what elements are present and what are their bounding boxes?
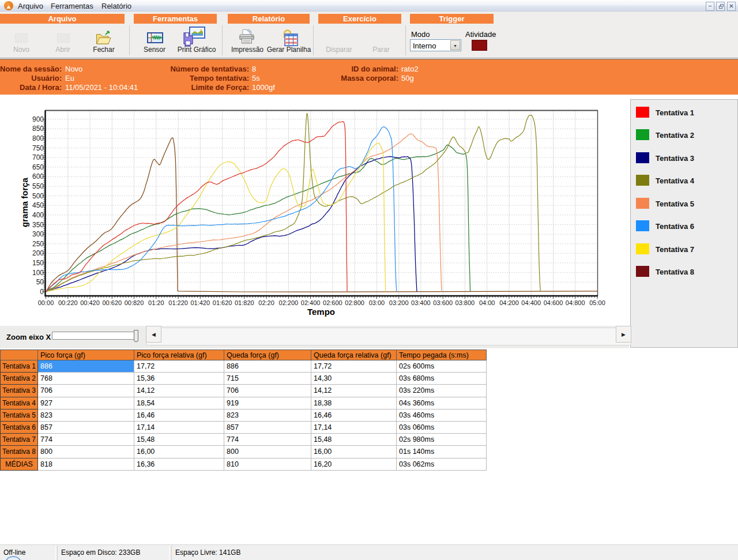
svg-text:03:400: 03:400 (411, 299, 431, 306)
svg-text:Tempo: Tempo (307, 307, 335, 317)
svg-text:200: 200 (32, 249, 44, 257)
svg-text:100: 100 (32, 269, 44, 277)
svg-text:150: 150 (32, 259, 44, 267)
svg-text:03:600: 03:600 (433, 299, 453, 306)
svg-text:02:600: 02:600 (323, 299, 342, 306)
svg-text:05:00: 05:00 (589, 299, 605, 306)
svg-text:00:820: 00:820 (125, 299, 144, 306)
svg-text:01:420: 01:420 (190, 299, 210, 306)
svg-text:04:200: 04:200 (499, 299, 519, 306)
svg-text:04:800: 04:800 (566, 299, 585, 306)
svg-text:750: 750 (32, 144, 44, 152)
svg-text:550: 550 (32, 182, 44, 190)
svg-text:00:420: 00:420 (80, 299, 100, 306)
svg-text:03:800: 03:800 (455, 299, 475, 306)
svg-text:900: 900 (32, 115, 44, 123)
svg-text:02:20: 02:20 (258, 299, 274, 306)
svg-text:04:400: 04:400 (521, 299, 541, 306)
svg-text:850: 850 (32, 125, 44, 133)
svg-text:02:800: 02:800 (345, 299, 364, 306)
svg-text:450: 450 (32, 201, 44, 209)
svg-text:02:400: 02:400 (301, 299, 321, 306)
svg-text:04:600: 04:600 (544, 299, 563, 306)
svg-text:04:00: 04:00 (479, 299, 495, 306)
svg-text:03:00: 03:00 (369, 299, 385, 306)
svg-text:grama força: grama força (20, 177, 29, 227)
svg-text:01:820: 01:820 (235, 299, 254, 306)
svg-text:400: 400 (32, 211, 44, 219)
svg-text:03:200: 03:200 (389, 299, 409, 306)
svg-text:650: 650 (32, 163, 44, 171)
svg-text:02:200: 02:200 (279, 299, 299, 306)
svg-text:300: 300 (32, 230, 44, 238)
svg-text:250: 250 (32, 240, 44, 248)
svg-text:800: 800 (32, 134, 44, 142)
svg-text:350: 350 (32, 221, 44, 229)
svg-text:01:220: 01:220 (168, 299, 188, 306)
svg-text:01:620: 01:620 (213, 299, 232, 306)
svg-text:500: 500 (32, 192, 44, 200)
svg-text:50: 50 (36, 278, 44, 286)
svg-text:00:00: 00:00 (38, 299, 54, 306)
svg-text:700: 700 (32, 153, 44, 161)
svg-text:600: 600 (32, 172, 44, 181)
svg-text:00:220: 00:220 (58, 299, 78, 306)
svg-text:00:620: 00:620 (102, 299, 122, 306)
svg-text:0: 0 (40, 288, 44, 296)
svg-text:01:20: 01:20 (148, 299, 164, 306)
